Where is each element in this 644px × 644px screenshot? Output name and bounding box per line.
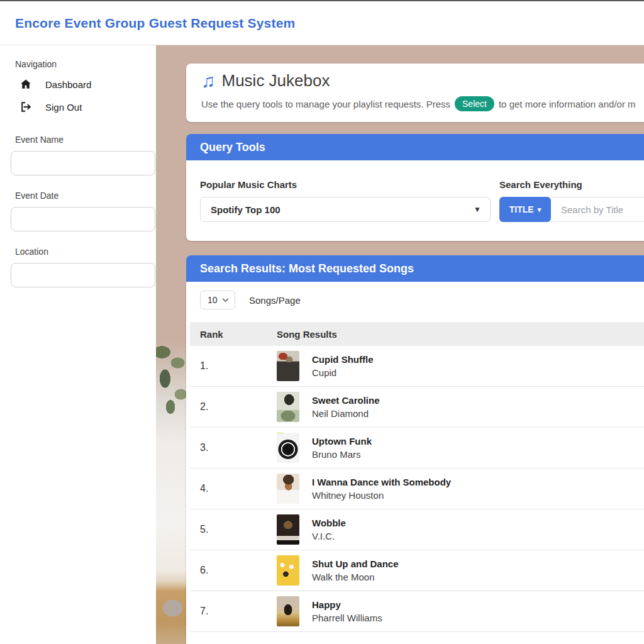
song-artist: Cupid <box>312 367 374 378</box>
search-results-section: Search Results: Most Requested Songs 10 … <box>186 255 644 644</box>
table-row[interactable]: 4. I Wanna Dance with Somebody Whitney H… <box>190 469 644 509</box>
navigation-heading: Navigation <box>15 59 156 69</box>
jukebox-description: Use the query tools to manage your playl… <box>201 96 644 111</box>
popular-charts-select[interactable]: Spotify Top 100 ▼ <box>200 197 491 222</box>
songs-table: Rank Song Results 1. Cupid Shuffle Cupid… <box>190 322 644 632</box>
event-date-field[interactable] <box>11 207 155 231</box>
query-tools-body: Popular Music Charts Spotify Top 100 ▼ S… <box>186 160 644 241</box>
sidebar-item-dashboard[interactable]: Dashboard <box>0 73 156 96</box>
page-size-value: 10 <box>208 295 218 305</box>
song-title: Uptown Funk <box>312 436 372 447</box>
search-results-header-label: Search Results: Most Requested Songs <box>200 262 414 275</box>
sidebar-item-label: Dashboard <box>45 79 91 90</box>
song-results-column-header: Song Results <box>277 329 337 340</box>
album-art <box>277 555 299 586</box>
song-rank: 7. <box>190 606 277 617</box>
table-row[interactable]: 5. Wobble V.I.C. <box>190 509 644 550</box>
song-artist: Bruno Mars <box>312 449 372 460</box>
search-input[interactable] <box>551 197 644 222</box>
song-artist: V.I.C. <box>312 531 346 541</box>
location-label: Location <box>15 247 156 257</box>
event-name-label: Event Name <box>15 135 156 145</box>
song-artist: Whitney Houston <box>312 490 451 501</box>
search-everything-label: Search Everything <box>499 179 644 190</box>
select-badge: Select <box>455 96 494 111</box>
rank-column-header: Rank <box>190 329 277 340</box>
album-art <box>277 514 299 545</box>
search-field-selector-label: TITLE <box>509 204 534 214</box>
search-group: TITLE ▾ <box>499 197 644 222</box>
popular-charts-value: Spotify Top 100 <box>211 204 280 215</box>
table-row[interactable]: 7. Happy Pharrell Williams <box>190 591 644 632</box>
song-artist: Neil Diamond <box>312 408 380 419</box>
caret-down-icon: ▾ <box>538 206 541 214</box>
event-date-label: Event Date <box>15 191 156 201</box>
background-photo-strip <box>156 45 186 644</box>
app-header: Encore Event Group Guest Request System <box>0 1 644 45</box>
search-field-selector-button[interactable]: TITLE ▾ <box>499 197 551 222</box>
page-title: Encore Event Group Guest Request System <box>15 16 295 31</box>
popular-charts-label: Popular Music Charts <box>200 179 491 190</box>
table-row[interactable]: 6. Shut Up and Dance Walk the Moon <box>190 550 644 591</box>
song-rank: 2. <box>190 401 277 413</box>
page-size-suffix: Songs/Page <box>249 295 301 306</box>
home-icon <box>19 77 33 91</box>
album-art <box>277 392 299 422</box>
song-title: Sweet Caroline <box>312 395 380 406</box>
sidebar-item-sign-out[interactable]: Sign Out <box>0 96 156 118</box>
jukebox-description-after: to get more information and/or m <box>499 99 636 109</box>
song-title: Happy <box>312 599 382 610</box>
search-results-body: 10 Songs/Page Rank Song Results 1. Cupid… <box>186 282 644 644</box>
song-title: I Wanna Dance with Somebody <box>312 477 451 487</box>
search-results-header: Search Results: Most Requested Songs <box>186 255 644 282</box>
song-rank: 3. <box>190 442 277 453</box>
table-row[interactable]: 3. Uptown Funk Bruno Mars <box>190 428 644 469</box>
song-title: Cupid Shuffle <box>312 354 374 365</box>
album-art <box>277 474 299 504</box>
query-tools-header-label: Query Tools <box>200 141 265 154</box>
album-art <box>277 351 299 381</box>
album-art <box>277 433 299 463</box>
table-row[interactable]: 2. Sweet Caroline Neil Diamond <box>190 387 644 428</box>
song-rank: 6. <box>190 565 277 576</box>
caret-down-icon: ▼ <box>474 205 481 214</box>
table-row[interactable]: 1. Cupid Shuffle Cupid <box>190 346 644 387</box>
jukebox-title: Music Jukebox <box>222 71 330 91</box>
query-tools-section: Query Tools Popular Music Charts Spotify… <box>186 134 644 241</box>
music-note-icon: ♫ <box>201 72 216 91</box>
event-name-field[interactable] <box>11 151 155 175</box>
main-content: ♫ Music Jukebox Use the query tools to m… <box>186 45 644 644</box>
song-title: Shut Up and Dance <box>312 558 399 569</box>
song-artist: Walk the Moon <box>312 572 399 582</box>
sidebar-item-label: Sign Out <box>45 102 82 113</box>
song-rank: 4. <box>190 483 277 494</box>
song-rank: 1. <box>190 360 277 372</box>
window-top-edge <box>0 0 644 1</box>
songs-table-header: Rank Song Results <box>190 322 644 346</box>
song-artist: Pharrell Williams <box>312 613 382 623</box>
page-size-select[interactable]: 10 <box>200 291 235 309</box>
jukebox-card: ♫ Music Jukebox Use the query tools to m… <box>186 64 644 122</box>
sidebar: Navigation Dashboard Sign Out Event Name… <box>0 45 156 644</box>
chevron-down-icon <box>222 298 229 303</box>
screen: Encore Event Group Guest Request System … <box>0 0 644 644</box>
song-rank: 5. <box>190 524 277 535</box>
songs-table-rows: 1. Cupid Shuffle Cupid 2. Sweet Caroline… <box>190 346 644 632</box>
sign-out-icon <box>19 100 33 114</box>
jukebox-description-before: Use the query tools to manage your playl… <box>201 99 450 109</box>
album-art <box>277 596 299 626</box>
song-title: Wobble <box>312 518 346 528</box>
query-tools-header: Query Tools <box>186 134 644 160</box>
location-field[interactable] <box>11 263 155 287</box>
